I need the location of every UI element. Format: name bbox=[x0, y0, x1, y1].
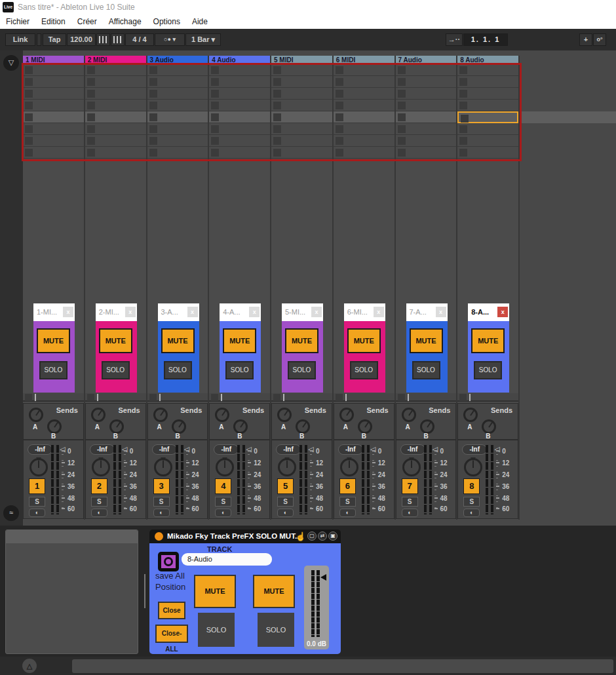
track-panel-name-4[interactable]: 4-A...x bbox=[220, 303, 261, 321]
clip-stop-icon[interactable] bbox=[273, 137, 281, 145]
clip-slot[interactable] bbox=[271, 100, 332, 111]
clip-stop-icon[interactable] bbox=[25, 66, 33, 74]
solo-button-track-3[interactable]: SOLO bbox=[164, 361, 192, 379]
clip-stop-icon[interactable] bbox=[336, 102, 343, 109]
clip-stop-icon[interactable] bbox=[25, 149, 33, 157]
clip-slot[interactable] bbox=[23, 135, 84, 147]
close-track-panel-button[interactable]: x bbox=[311, 307, 322, 317]
arm-button[interactable]: ◐ bbox=[153, 509, 170, 517]
clip-slot[interactable] bbox=[457, 147, 518, 159]
clip-stop-icon[interactable] bbox=[211, 394, 218, 401]
clip-stop-icon[interactable] bbox=[336, 90, 343, 98]
detail-view-panel[interactable] bbox=[5, 530, 138, 654]
clip-stop-icon[interactable] bbox=[398, 137, 406, 145]
clip-stop-icon[interactable] bbox=[273, 394, 280, 401]
clip-stop-icon[interactable] bbox=[459, 149, 467, 157]
draw-mode-button[interactable]: o° bbox=[593, 33, 606, 46]
clip-stop-icon[interactable] bbox=[273, 90, 281, 98]
send-a-knob[interactable] bbox=[153, 408, 168, 422]
clip-slot[interactable] bbox=[457, 64, 518, 76]
clip-stop-icon[interactable] bbox=[398, 102, 406, 109]
track-activator-button[interactable]: 5 bbox=[277, 478, 294, 494]
volume-readout[interactable]: -Inf bbox=[276, 444, 301, 455]
clip-slot[interactable] bbox=[147, 123, 208, 135]
clip-stop-icon[interactable] bbox=[149, 66, 157, 74]
clip-stop-icon[interactable] bbox=[336, 113, 343, 121]
clip-slot[interactable] bbox=[85, 76, 146, 88]
volume-readout[interactable]: -Inf bbox=[338, 444, 363, 455]
send-a-knob[interactable] bbox=[29, 408, 43, 422]
device-window[interactable]: Mikado Fky Track PreFX SOLO MUT... ☝ ▢ ⇄… bbox=[149, 530, 341, 654]
clip-slot[interactable] bbox=[334, 76, 395, 88]
track-panel-name-2[interactable]: 2-MI...x bbox=[96, 303, 137, 321]
track-header-3[interactable]: 3 Audio bbox=[147, 56, 208, 64]
close-track-panel-button[interactable]: x bbox=[497, 307, 508, 317]
clip-slot[interactable] bbox=[271, 76, 332, 88]
send-b-knob[interactable] bbox=[482, 419, 496, 434]
send-a-knob[interactable] bbox=[402, 408, 416, 422]
save-icon[interactable]: ▣ bbox=[328, 531, 337, 541]
clip-stop-icon[interactable] bbox=[25, 102, 33, 109]
device-window-titlebar[interactable]: Mikado Fky Track PreFX SOLO MUT... ☝ ▢ ⇄… bbox=[149, 530, 341, 543]
track-activator-button[interactable]: 4 bbox=[215, 478, 231, 494]
menu-item-edition[interactable]: Edition bbox=[35, 14, 71, 29]
clip-slot[interactable] bbox=[147, 135, 208, 147]
track-panel-name-8[interactable]: 8-A...x bbox=[468, 303, 509, 321]
sync-icon[interactable]: ⇄ bbox=[318, 531, 327, 541]
clip-slot[interactable] bbox=[209, 147, 270, 159]
clip-slot[interactable] bbox=[457, 135, 518, 147]
clip-slot[interactable] bbox=[396, 111, 457, 123]
tap-tempo-button[interactable]: Tap bbox=[43, 33, 66, 46]
arm-button[interactable]: ◐ bbox=[29, 509, 45, 517]
clip-slot[interactable] bbox=[334, 100, 395, 111]
mute-button-track-1[interactable]: MUTE bbox=[37, 328, 70, 353]
clip-stop-icon[interactable] bbox=[398, 90, 406, 98]
clip-slot[interactable] bbox=[85, 111, 146, 123]
solo-button-track-6[interactable]: SOLO bbox=[350, 361, 378, 379]
clip-slot[interactable] bbox=[334, 88, 395, 100]
clip-slot[interactable] bbox=[23, 147, 84, 159]
mute-button-track-3[interactable]: MUTE bbox=[161, 328, 195, 353]
clip-stop-icon[interactable] bbox=[149, 90, 157, 98]
clip-stop-icon[interactable] bbox=[25, 137, 33, 145]
device-mute-button-1[interactable]: MUTE bbox=[194, 575, 236, 608]
solo-short-button[interactable]: S bbox=[339, 497, 356, 507]
clip-stop-icon[interactable] bbox=[87, 102, 95, 109]
clip-slot[interactable] bbox=[334, 111, 395, 123]
solo-short-button[interactable]: S bbox=[402, 497, 418, 507]
clip-slot[interactable] bbox=[23, 111, 84, 123]
arm-button[interactable]: ◐ bbox=[91, 509, 107, 517]
arm-button[interactable]: ◐ bbox=[463, 509, 480, 517]
clip-stop-icon[interactable] bbox=[149, 125, 157, 133]
clip-stop-icon[interactable] bbox=[211, 149, 219, 157]
close-all-button[interactable]: Close-ALL bbox=[155, 625, 188, 643]
clip-slot[interactable] bbox=[396, 76, 457, 88]
menu-item-affichage[interactable]: Affichage bbox=[103, 14, 147, 29]
clip-stop-icon[interactable] bbox=[149, 102, 157, 109]
clip-stop-icon[interactable] bbox=[149, 394, 157, 401]
clip-stop-icon[interactable] bbox=[25, 78, 33, 86]
clip-stop-icon[interactable] bbox=[459, 394, 467, 401]
track-activator-button[interactable]: 2 bbox=[91, 478, 107, 494]
clip-slot[interactable] bbox=[85, 147, 146, 159]
arm-button[interactable]: ◐ bbox=[402, 509, 418, 517]
clip-slot[interactable] bbox=[396, 64, 457, 76]
presentation-mode-icon[interactable]: ▢ bbox=[307, 531, 317, 541]
clip-slot[interactable] bbox=[209, 123, 270, 135]
clip-stop-icon[interactable] bbox=[336, 149, 343, 157]
clip-stop-icon[interactable] bbox=[459, 125, 467, 133]
solo-button-track-5[interactable]: SOLO bbox=[288, 361, 316, 379]
device-solo-button-2[interactable]: SOLO bbox=[258, 613, 294, 647]
clip-stop-icon[interactable] bbox=[149, 113, 157, 121]
clip-slot[interactable] bbox=[457, 76, 518, 88]
send-b-knob[interactable] bbox=[358, 419, 372, 434]
send-a-knob[interactable] bbox=[277, 408, 292, 422]
clip-slot[interactable] bbox=[85, 123, 146, 135]
clip-stop-icon[interactable] bbox=[211, 102, 219, 109]
clip-slot[interactable] bbox=[147, 111, 208, 123]
clip-stop-icon[interactable] bbox=[459, 102, 467, 109]
clip-stop-icon[interactable] bbox=[336, 137, 343, 145]
nudge-up-icon[interactable] bbox=[111, 33, 125, 46]
volume-readout[interactable]: -Inf bbox=[28, 444, 52, 455]
clip-stop-icon[interactable] bbox=[87, 137, 95, 145]
